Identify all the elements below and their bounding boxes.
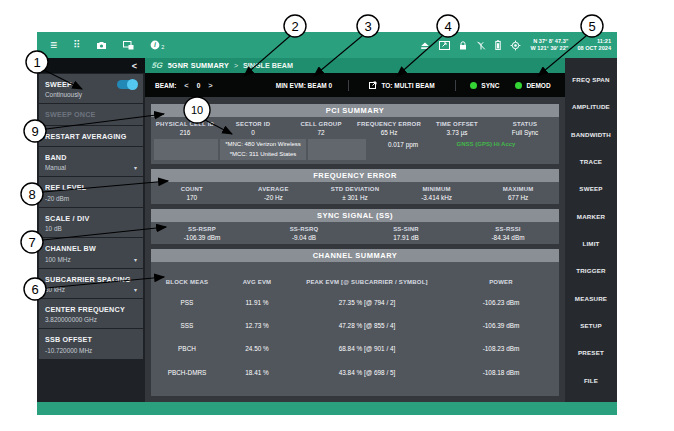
sync-status-dot <box>470 82 477 89</box>
ssb-offset-label: SSB OFFSET <box>45 335 137 344</box>
time-value: 11:21 <box>597 38 611 44</box>
beam-prev-button[interactable]: < <box>184 81 188 90</box>
beam-next-button[interactable]: > <box>208 81 212 90</box>
menu-item-sweep[interactable]: SWEEP <box>565 175 617 202</box>
system-bar-right: N 37° 8' 47.3" W 121° 39' 22" 11:21 08 O… <box>420 38 617 52</box>
to-multibeam-button[interactable]: TO: MULTI BEAM <box>349 81 455 90</box>
menu-icon[interactable]: ≡ <box>50 39 57 51</box>
peak-evm-value: 43.84 % [@ 698 / 5] <box>291 367 443 379</box>
bottom-accent-bar <box>37 402 617 415</box>
channel-summary-header: CHANNEL SUMMARY <box>151 249 559 262</box>
sweep-label: SWEEP <box>45 80 72 89</box>
sync-signal-header: SYNC SIGNAL (SS) <box>151 209 559 222</box>
sweep-toggle[interactable] <box>117 80 137 89</box>
column-header: AVERAGE <box>233 182 315 192</box>
ref-level-setting[interactable]: REF LEVEL -20 dBm <box>39 177 143 206</box>
count-value: 170 <box>151 192 233 204</box>
svg-text:7: 7 <box>28 235 35 250</box>
menu-item-limit[interactable]: LIMIT <box>565 230 617 257</box>
menu-item-marker[interactable]: MARKER <box>565 203 617 230</box>
channel-bw-setting[interactable]: CHANNEL BW 100 MHz ▾ <box>39 238 143 267</box>
column-header: MAXIMUM <box>477 182 559 192</box>
menu-item-amplitude[interactable]: AMPLITUDE <box>565 93 617 120</box>
external-display-icon[interactable] <box>439 41 450 50</box>
sector-id-value: 0 <box>219 127 287 139</box>
average-value: -20 Hz <box>233 192 315 204</box>
peak-evm-value: 47.28 % [@ 855 / 4] <box>291 320 443 332</box>
pci-summary-section: PCI SUMMARY PHYSICAL CELL ID SECTOR ID C… <box>151 104 559 164</box>
peak-evm-value: 68.84 % [@ 901 / 4] <box>291 343 443 355</box>
table-row: SSS 12.73 % 47.28 % [@ 855 / 4] -106.39 … <box>151 320 559 332</box>
display-icon[interactable] <box>123 41 134 50</box>
band-label: BAND <box>45 153 137 162</box>
apps-grid-icon[interactable]: ⠿ <box>73 40 80 50</box>
center-frequency-label: CENTER FREQUENCY <box>45 305 137 314</box>
restart-averaging-button[interactable]: RESTART AVERAGING <box>39 126 143 146</box>
table-row: PSS 11.91 % 27.35 % [@ 794 / 2] -106.23 … <box>151 297 559 309</box>
sync-indicator: SYNC <box>470 82 499 89</box>
sync-label: SYNC <box>481 82 499 89</box>
column-header: POWER <box>443 275 559 285</box>
column-header: SECTOR ID <box>219 117 287 127</box>
battery-icon[interactable] <box>495 40 501 50</box>
min-evm-readout: MIN EVM: BEAM 0 <box>260 82 348 89</box>
left-settings-sidebar: < SWEEP Continuously SWEEP ONCE RESTART … <box>37 58 145 402</box>
column-header: PEAK EVM [@ SUBCARRIER / SYMBOL] <box>291 275 443 285</box>
mnc-value: *MNC: 480 Verizon Wireless <box>220 140 306 150</box>
sync-signal-section: SYNC SIGNAL (SS) SS-RSRP SS-RSRQ SS-SINR… <box>151 209 559 244</box>
scale-div-setting[interactable]: SCALE / DIV 10 dB <box>39 208 143 237</box>
column-header: SS-SINR <box>355 222 457 232</box>
subcarrier-spacing-label: SUBCARRIER SPACING <box>45 275 137 284</box>
ssb-offset-setting[interactable]: SSB OFFSET -10.720000 MHz <box>39 329 143 358</box>
sweep-mode-value: Continuously <box>45 91 82 98</box>
system-status-bar: ≡ ⠿ i 2 <box>37 32 617 58</box>
band-setting[interactable]: BAND Manual ▾ <box>39 147 143 176</box>
gps-icon[interactable] <box>510 40 521 51</box>
maximum-value: 677 Hz <box>477 192 559 204</box>
frequency-error-ppm-value: 0.017 ppm <box>368 139 438 148</box>
highlight-cell <box>308 139 366 160</box>
highlight-cell <box>154 139 218 160</box>
power-value: -106.39 dBm <box>443 320 559 332</box>
menu-item-measure[interactable]: MEASURE <box>565 285 617 312</box>
menu-item-setup[interactable]: SETUP <box>565 312 617 339</box>
column-header: BLOCK MEAS <box>151 275 223 285</box>
system-bar-left-icons: ≡ ⠿ i 2 <box>37 39 164 51</box>
cell-group-value: 72 <box>287 127 355 139</box>
menu-item-trace[interactable]: TRACE <box>565 148 617 175</box>
avg-evm-value: 24.50 % <box>223 343 291 355</box>
menu-item-freq-span[interactable]: FREQ SPAN <box>565 66 617 93</box>
menu-item-trigger[interactable]: TRIGGER <box>565 257 617 284</box>
lock-icon[interactable] <box>459 41 467 50</box>
sweep-once-label: SWEEP ONCE <box>45 110 137 119</box>
scale-div-label: SCALE / DIV <box>45 214 137 223</box>
menu-item-bandwidth[interactable]: BANDWIDTH <box>565 121 617 148</box>
restart-averaging-label: RESTART AVERAGING <box>45 132 137 141</box>
external-link-icon <box>369 81 377 90</box>
ref-level-value: -20 dBm <box>45 195 69 202</box>
subcarrier-spacing-value: 30 kHz <box>45 286 65 293</box>
menu-item-file[interactable]: FILE <box>565 367 617 394</box>
figure-canvas: ≡ ⠿ i 2 <box>0 0 674 431</box>
menu-item-preset[interactable]: PRESET <box>565 339 617 366</box>
power-value: -108.23 dBm <box>443 343 559 355</box>
eject-icon[interactable] <box>420 41 430 50</box>
info-icon[interactable]: i 2 <box>150 39 164 51</box>
avg-evm-value: 12.73 % <box>223 320 291 332</box>
sweep-once-button: SWEEP ONCE <box>39 104 143 124</box>
demod-status-dot <box>515 82 522 89</box>
center-frequency-setting[interactable]: CENTER FREQUENCY 3.820000000 GHz <box>39 299 143 328</box>
subcarrier-spacing-setting[interactable]: SUBCARRIER SPACING 30 kHz ▾ <box>39 269 143 298</box>
avg-evm-value: 18.41 % <box>223 367 291 379</box>
status-indicators: SYNC DEMOD <box>456 82 565 89</box>
breadcrumb-separator: > <box>234 62 238 69</box>
sidebar-collapse-button[interactable]: < <box>37 58 145 73</box>
antenna-off-icon[interactable] <box>476 41 486 50</box>
camera-icon[interactable] <box>96 41 107 50</box>
operator-info-cell: *MNC: 480 Verizon Wireless *MCC: 311 Uni… <box>220 139 306 160</box>
column-header: FREQUENCY ERROR <box>355 117 423 127</box>
sweep-setting[interactable]: SWEEP Continuously <box>39 74 143 103</box>
ref-level-label: REF LEVEL <box>45 183 137 192</box>
block-name: PSS <box>151 297 223 309</box>
ssb-offset-value: -10.720000 MHz <box>45 347 92 354</box>
